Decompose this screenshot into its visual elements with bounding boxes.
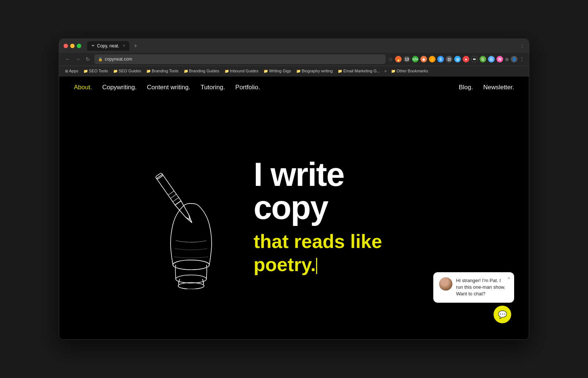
folder-icon-7: 📁 (296, 69, 301, 73)
refresh-button[interactable]: ↻ (84, 55, 92, 63)
minimize-button[interactable] (70, 44, 75, 48)
new-tab-button[interactable]: + (131, 41, 140, 51)
ext-icon-10[interactable]: ✏ (471, 56, 478, 62)
extensions-more-icon[interactable]: ⊕ (505, 57, 509, 62)
nav-tutoring[interactable]: Tutoring. (201, 84, 225, 91)
forward-button[interactable]: → (74, 55, 82, 63)
svg-point-1 (176, 275, 207, 283)
hero-text: I write copy that reads like poetry. (254, 158, 437, 276)
svg-point-2 (178, 282, 204, 289)
ext-icon-3[interactable]: </> (412, 56, 419, 62)
nav-about[interactable]: About. (74, 84, 92, 91)
bookmark-branding-tools[interactable]: 📁 Branding Tools (144, 68, 181, 74)
address-bar: ← → ↻ 🔒 copyneat.com ☆ 🔥 13 </> ◆ ⚡ S ⊡ … (59, 53, 529, 66)
url-text: copyneat.com (105, 57, 132, 62)
chat-popup-text: Hi stranger! I'm Pat. I run this one-man… (456, 277, 508, 298)
nav-left: About. Copywriting. Content writing. Tut… (74, 84, 260, 91)
hero-sub-line-2-text: poetry. (254, 254, 316, 275)
ext-icon-5[interactable]: ⚡ (429, 56, 435, 62)
nav-right: Blog. Newsletter. (459, 84, 514, 91)
active-tab[interactable]: ✒ Copy, neat. × (87, 41, 129, 51)
folder-icon-other: 📁 (391, 69, 395, 73)
folder-icon-6: 📁 (263, 69, 268, 73)
svg-rect-4 (157, 174, 181, 205)
pen-cup-svg (151, 144, 232, 289)
browser-toolbar-icons: ☆ 🔥 13 </> ◆ ⚡ S ⊡ ◎ ● ✏ G G W ⊕ 👤 ⋮ (388, 56, 524, 62)
url-bar[interactable]: 🔒 copyneat.com (94, 54, 386, 64)
tab-close-button[interactable]: × (123, 44, 125, 48)
svg-line-6 (171, 194, 176, 198)
bookmark-seo-guides-label: SEO Guides (119, 69, 141, 73)
hero-illustration (151, 144, 232, 291)
ext-icon-12[interactable]: G (488, 56, 495, 62)
chat-popup: Hi stranger! I'm Pat. I run this one-man… (433, 272, 514, 303)
nav-newsletter[interactable]: Newsletter. (483, 84, 514, 91)
ext-icon-1[interactable]: 🔥 (395, 56, 402, 62)
tab-favicon: ✒ (92, 43, 95, 48)
ext-icon-13[interactable]: W (496, 56, 503, 62)
website-content: About. Copywriting. Content writing. Tut… (59, 76, 529, 339)
bookmark-apps-label: Apps (69, 69, 78, 73)
hero-line-1: I write (254, 158, 437, 191)
nav-buttons: ← → ↻ (64, 55, 92, 63)
bookmarks-bar: ⊞ Apps 📁 SEO Tools 📁 SEO Guides 📁 Brandi… (59, 66, 529, 76)
lock-icon: 🔒 (98, 57, 103, 61)
bookmark-inbound-guides-label: Inbound Guides (230, 69, 259, 73)
bookmark-seo-guides[interactable]: 📁 SEO Guides (111, 68, 143, 74)
back-button[interactable]: ← (64, 55, 72, 63)
nav-content-writing[interactable]: Content writing. (147, 84, 190, 91)
traffic-lights (64, 44, 81, 48)
bookmark-email-marketing-label: Email Marketing G... (343, 69, 380, 73)
bookmark-email-marketing[interactable]: 📁 Email Marketing G... (336, 68, 382, 74)
hero-sub-line-2: poetry. (254, 253, 437, 276)
folder-icon-4: 📁 (184, 69, 188, 73)
folder-icon-3: 📁 (146, 69, 151, 73)
close-button[interactable] (64, 44, 68, 48)
maximize-button[interactable] (77, 44, 81, 48)
nav-copywriting[interactable]: Copywriting. (102, 84, 137, 91)
site-navigation: About. Copywriting. Content writing. Tut… (59, 76, 529, 98)
folder-icon-8: 📁 (338, 69, 342, 73)
folder-icon-2: 📁 (113, 69, 118, 73)
bookmark-branding-guides[interactable]: 📁 Branding Guides (182, 68, 222, 74)
ext-icon-6[interactable]: S (437, 56, 444, 62)
ext-icon-8[interactable]: ◎ (454, 56, 461, 62)
ext-icon-7[interactable]: ⊡ (446, 56, 452, 62)
tab-title: Copy, neat. (97, 43, 119, 48)
chat-avatar-image (439, 277, 452, 291)
svg-point-0 (173, 260, 209, 269)
hero-line-2: copy (254, 191, 437, 224)
bookmark-branding-guides-label: Branding Guides (189, 69, 219, 73)
text-cursor (316, 258, 317, 274)
folder-icon-1: 📁 (83, 69, 88, 73)
ext-icon-9[interactable]: ● (463, 56, 469, 62)
chat-close-button[interactable]: × (508, 275, 510, 281)
bookmark-seo-tools-label: SEO Tools (89, 69, 108, 73)
profile-avatar[interactable]: 👤 (511, 56, 517, 62)
ext-icon-2[interactable]: 13 (404, 56, 410, 62)
bookmark-inbound-guides[interactable]: 📁 Inbound Guides (222, 68, 261, 74)
folder-icon-5: 📁 (225, 69, 229, 73)
ext-icon-11[interactable]: G (480, 56, 486, 62)
chat-open-button[interactable]: 💬 (494, 306, 511, 323)
ext-icon-4[interactable]: ◆ (420, 56, 427, 62)
title-bar: ✒ Copy, neat. × + ⋮ (59, 39, 529, 53)
svg-line-7 (173, 197, 179, 201)
bookmark-star-icon[interactable]: ☆ (388, 56, 393, 62)
nav-blog[interactable]: Blog. (459, 84, 473, 91)
window-menu-button[interactable]: ⋮ (520, 43, 524, 48)
browser-window: ✒ Copy, neat. × + ⋮ ← → ↻ 🔒 copyneat.com… (59, 39, 529, 340)
bookmark-writing-gigs[interactable]: 📁 Writing Gigs (261, 68, 293, 74)
nav-portfolio[interactable]: Portfolio. (235, 84, 260, 91)
bookmarks-more-button[interactable]: » (383, 68, 388, 74)
hero-sub-text: that reads like poetry. (254, 230, 437, 276)
bookmark-other[interactable]: 📁 Other Bookmarks (389, 68, 430, 74)
bookmark-biography-writing[interactable]: 📁 Biography writing (294, 68, 335, 74)
browser-menu-icon[interactable]: ⋮ (519, 56, 524, 62)
chat-button-icon: 💬 (498, 310, 507, 319)
chat-avatar (439, 277, 452, 291)
hero-main-text: I write copy (254, 158, 437, 224)
svg-line-5 (168, 191, 174, 195)
bookmark-seo-tools[interactable]: 📁 SEO Tools (81, 68, 110, 74)
bookmark-apps[interactable]: ⊞ Apps (63, 68, 80, 74)
